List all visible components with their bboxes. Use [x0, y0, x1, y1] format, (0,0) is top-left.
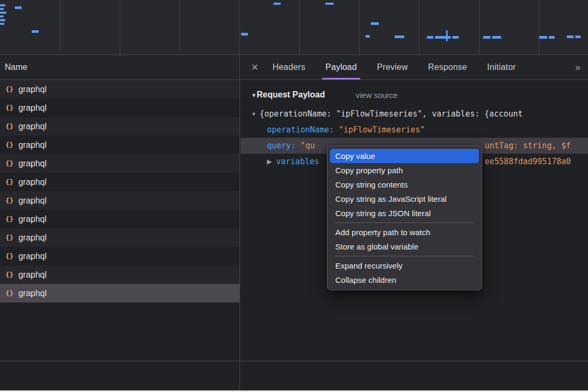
menu-item[interactable]: Copy string contents: [330, 177, 479, 192]
timeline-bar: [446, 30, 448, 41]
view-source-link[interactable]: view source: [355, 91, 397, 100]
menu-separator: [335, 222, 474, 223]
request-name: graphql: [19, 177, 47, 187]
request-row[interactable]: {}graphql: [0, 136, 239, 154]
json-icon: {}: [5, 178, 14, 186]
timeline-bar: [241, 33, 248, 35]
timeline-gridline: [299, 0, 300, 55]
request-name: graphql: [19, 196, 47, 206]
json-icon: {}: [5, 104, 14, 112]
timeline-bar: [366, 35, 370, 38]
devtools-network-window: Name {}graphql{}graphql{}graphql{}graphq…: [0, 0, 588, 392]
request-name: graphql: [19, 252, 47, 261]
request-row[interactable]: {}graphql: [0, 99, 239, 117]
request-name: graphql: [19, 289, 47, 298]
menu-item[interactable]: Collapse children: [330, 273, 479, 287]
timeline-bar: [549, 36, 555, 39]
request-row[interactable]: {}graphql: [0, 265, 239, 284]
timeline-bar: [452, 36, 459, 39]
timeline-gridline: [479, 0, 479, 55]
request-row[interactable]: {}graphql: [0, 210, 239, 228]
property-value: "qu: [300, 141, 315, 150]
menu-item[interactable]: Add property path to watch: [330, 225, 479, 239]
timeline-bar: [0, 19, 5, 21]
tab-preview[interactable]: Preview: [377, 55, 408, 79]
tab-headers[interactable]: Headers: [272, 55, 305, 79]
name-column-header[interactable]: Name: [0, 55, 239, 80]
json-icon: {}: [5, 159, 14, 167]
property-key: query:: [267, 141, 300, 150]
close-icon[interactable]: ✕: [251, 62, 259, 73]
timeline-gridline: [180, 0, 180, 55]
timeline-bar: [0, 15, 4, 17]
expand-caret-icon[interactable]: ▶: [267, 158, 272, 165]
timeline-bar: [0, 8, 4, 10]
request-row[interactable]: {}graphql: [0, 80, 239, 99]
request-row[interactable]: {}graphql: [0, 117, 239, 136]
request-name: graphql: [19, 233, 47, 243]
json-icon: {}: [5, 85, 14, 93]
request-name: graphql: [19, 140, 47, 150]
request-name: graphql: [19, 215, 47, 224]
collapse-caret-icon[interactable]: ▾: [252, 91, 256, 99]
timeline-bar: [483, 36, 491, 39]
request-list: {}graphql{}graphql{}graphql{}graphql{}gr…: [0, 80, 239, 302]
expand-caret-icon[interactable]: ▾: [252, 110, 255, 118]
menu-item[interactable]: Copy property path: [330, 163, 479, 177]
timeline-bar: [395, 35, 404, 38]
json-icon: {}: [5, 289, 14, 297]
payload-root-preview: {operationName: "ipFlowTimeseries", vari…: [260, 109, 523, 119]
json-icon: {}: [5, 215, 14, 223]
name-column-label: Name: [5, 63, 28, 72]
timeline-gridline: [359, 0, 360, 55]
property-value-continued: ee5588fdad995178a0: [485, 157, 571, 166]
timeline-bar: [575, 35, 581, 38]
payload-root-row[interactable]: ▾ {operationName: "ipFlowTimeseries", va…: [240, 106, 588, 122]
timeline-bar: [325, 3, 334, 5]
menu-item[interactable]: Expand recursively: [330, 259, 479, 273]
request-payload-section-header: ▾ Request Payload view source: [240, 86, 588, 104]
request-row[interactable]: {}graphql: [0, 228, 239, 247]
menu-item[interactable]: Copy value: [330, 149, 479, 163]
timeline-bar: [32, 30, 39, 33]
json-icon: {}: [5, 234, 14, 242]
timeline-bar: [567, 35, 574, 38]
context-menu: Copy valueCopy property pathCopy string …: [327, 146, 482, 290]
operation-name-row[interactable]: operationName: "ipFlowTimeseries": [240, 122, 588, 138]
request-row[interactable]: {}graphql: [0, 191, 239, 210]
tab-strip: ✕ HeadersPayloadPreviewResponseInitiator…: [240, 55, 588, 80]
timeline-bar: [273, 3, 281, 5]
tab-initiator[interactable]: Initiator: [487, 55, 516, 79]
timeline-bar: [0, 12, 6, 14]
request-row[interactable]: {}graphql: [0, 173, 239, 191]
menu-item[interactable]: Copy string as JavaScript literal: [330, 192, 479, 206]
timeline-gridline: [539, 0, 539, 55]
property-value: "ipFlowTimeseries": [338, 125, 425, 135]
timeline-bar: [435, 36, 451, 39]
timeline-gridline: [239, 0, 240, 55]
request-name: graphql: [19, 85, 47, 94]
timeline-bar: [492, 36, 501, 39]
timeline-gridline: [120, 0, 120, 55]
network-overview-timeline[interactable]: [0, 0, 588, 55]
timeline-bar: [371, 22, 379, 25]
requests-panel: Name {}graphql{}graphql{}graphql{}graphq…: [0, 55, 240, 392]
timeline-bar: [539, 36, 547, 39]
json-icon: {}: [5, 197, 14, 204]
tab-payload[interactable]: Payload: [325, 55, 357, 79]
request-row[interactable]: {}graphql: [0, 154, 239, 173]
json-icon: {}: [5, 141, 14, 149]
request-name: graphql: [19, 122, 47, 131]
menu-item[interactable]: Store as global variable: [330, 239, 479, 254]
property-key: variables: [276, 157, 319, 166]
menu-item[interactable]: Copy string as JSON literal: [330, 206, 479, 220]
timeline-bar: [15, 6, 22, 9]
menu-separator: [335, 256, 474, 256]
tab-response[interactable]: Response: [428, 55, 467, 79]
more-tabs-icon[interactable]: »: [575, 62, 581, 73]
json-icon: {}: [5, 271, 14, 279]
timeline-bar: [0, 23, 4, 25]
request-row[interactable]: {}graphql: [0, 284, 239, 302]
timeline-bar: [0, 4, 5, 6]
request-row[interactable]: {}graphql: [0, 247, 239, 265]
